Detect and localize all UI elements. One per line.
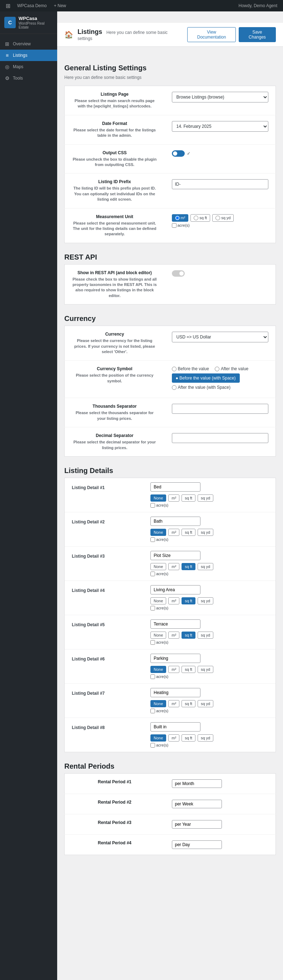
listings-page-desc: Please select the main search results pa…: [72, 98, 158, 109]
currency-before-space-button[interactable]: ● Before the value (with Space): [172, 374, 240, 383]
output-css-toggle[interactable]: [172, 150, 185, 157]
decimal-sep-input[interactable]: [172, 433, 269, 443]
detail7-unit-sqft[interactable]: sq ft: [182, 700, 195, 707]
rental-period-2-input[interactable]: [172, 800, 222, 808]
detail1-unit-sqft[interactable]: sq ft: [182, 495, 195, 501]
detail7-unit-none[interactable]: None: [150, 700, 166, 707]
detail1-unit-sqyd[interactable]: sq yd: [198, 495, 213, 501]
measurement-unit-m2[interactable]: m²: [172, 214, 189, 222]
measurement-unit-sqft[interactable]: sq ft: [190, 214, 210, 222]
currency-select[interactable]: USD => US Dollar: [172, 332, 269, 342]
listing-id-prefix-input[interactable]: [172, 179, 269, 189]
output-css-check-label: ✓: [187, 151, 190, 156]
detail4-unit-sqyd[interactable]: sq yd: [198, 597, 213, 605]
date-format-select[interactable]: 14. February 2025: [172, 121, 269, 132]
rest-api-toggle[interactable]: [172, 270, 185, 277]
listing-detail-5-name-input[interactable]: [150, 619, 200, 629]
detail3-unit-none[interactable]: None: [150, 563, 166, 570]
detail3-unit-acres[interactable]: acre(s): [150, 571, 269, 576]
view-documentation-button[interactable]: View Documentation: [187, 27, 235, 42]
rental-period-4-label: Rental Period #4: [72, 840, 158, 845]
detail6-unit-sqyd[interactable]: sq yd: [198, 666, 213, 673]
currency-table: Currency Please select the currency for …: [64, 326, 276, 457]
detail1-unit-none[interactable]: None: [150, 495, 166, 501]
detail5-unit-sqyd[interactable]: sq yd: [198, 632, 213, 639]
measurement-unit-acres[interactable]: acre(s): [172, 223, 269, 228]
rest-api-label: Show in REST API (and block editor): [72, 270, 158, 275]
listing-detail-3-name-input[interactable]: [150, 551, 200, 560]
output-css-desc: Please uncheck the box to disable the pl…: [72, 157, 158, 168]
sidebar-item-maps[interactable]: ◎ Maps: [0, 61, 57, 73]
detail8-unit-none[interactable]: None: [150, 734, 166, 741]
detail1-unit-m2[interactable]: m²: [168, 495, 179, 501]
listing-detail-4-control: None m² sq ft sq yd acre(s): [143, 581, 275, 615]
listing-detail-4-name-input[interactable]: [150, 585, 200, 594]
rest-api-desc: Please check the box to show listings an…: [72, 277, 158, 299]
sidebar-item-overview[interactable]: ⊞ Overview: [0, 38, 57, 49]
general-settings-table: Listings Page Please select the main sea…: [64, 86, 276, 243]
detail3-unit-sqft[interactable]: sq ft: [182, 563, 195, 570]
detail2-unit-none[interactable]: None: [150, 529, 166, 536]
detail2-unit-m2[interactable]: m²: [168, 529, 179, 536]
listings-page-select[interactable]: Browse Listings (browse): [172, 92, 269, 102]
detail6-unit-m2[interactable]: m²: [168, 666, 179, 673]
brand-name: WPCasa: [19, 16, 53, 21]
detail6-unit-sqft[interactable]: sq ft: [182, 666, 195, 673]
detail6-unit-acres[interactable]: acre(s): [150, 675, 269, 679]
detail8-unit-m2[interactable]: m²: [168, 734, 179, 741]
detail7-unit-sqyd[interactable]: sq yd: [198, 700, 213, 707]
detail7-unit-m2[interactable]: m²: [168, 700, 179, 707]
detail8-unit-sqyd[interactable]: sq yd: [198, 734, 213, 741]
currency-after[interactable]: After the value: [215, 366, 248, 371]
sidebar-item-listings[interactable]: ≡ Listings: [0, 49, 57, 61]
listing-detail-6-name-input[interactable]: [150, 654, 200, 663]
rental-period-3-row: Rental Period #3: [65, 814, 276, 834]
detail4-unit-sqft[interactable]: sq ft: [182, 597, 195, 605]
detail6-unit-none[interactable]: None: [150, 666, 166, 673]
save-changes-button[interactable]: Save Changes: [239, 27, 276, 42]
settings-content: General Listing Settings Here you can de…: [57, 47, 283, 869]
rental-period-4-input[interactable]: [172, 840, 222, 849]
thousands-sep-input[interactable]: [172, 404, 269, 414]
listing-details-section-title: Listing Details: [64, 467, 276, 475]
detail7-unit-acres[interactable]: acre(s): [150, 709, 269, 713]
listing-detail-3-label: Listing Detail #3: [65, 547, 143, 581]
adminbar-site-name[interactable]: WPCasa Demo: [14, 3, 50, 8]
detail5-unit-sqft[interactable]: sq ft: [182, 632, 195, 639]
detail3-unit-m2[interactable]: m²: [168, 563, 179, 570]
detail5-unit-m2[interactable]: m²: [168, 632, 179, 639]
sidebar-item-tools[interactable]: ⚙ Tools: [0, 73, 57, 84]
detail5-unit-none[interactable]: None: [150, 632, 166, 639]
header-buttons: View Documentation Save Changes: [187, 27, 276, 42]
listing-detail-2-name-input[interactable]: [150, 517, 200, 526]
rental-period-1-input[interactable]: [172, 780, 222, 788]
detail8-unit-sqft[interactable]: sq ft: [182, 734, 195, 741]
listing-detail-1-name-input[interactable]: [150, 482, 200, 492]
listing-id-prefix-label-cell: Listing ID Prefix The listing ID will be…: [65, 173, 165, 208]
currency-before[interactable]: Before the value: [172, 366, 209, 371]
listings-page-row: Listings Page Please select the main sea…: [65, 86, 276, 115]
page-title: Listings: [78, 28, 102, 35]
measurement-unit-sqyd[interactable]: sq yd: [212, 214, 234, 222]
listing-detail-7-name-input[interactable]: [150, 688, 200, 697]
detail8-unit-acres[interactable]: acre(s): [150, 743, 269, 748]
rental-period-3-input[interactable]: [172, 820, 222, 829]
detail2-unit-sqyd[interactable]: sq yd: [198, 529, 213, 536]
wp-logo-icon[interactable]: ⊞: [3, 1, 13, 11]
listing-detail-8-name-input[interactable]: [150, 722, 200, 732]
detail2-unit-acres[interactable]: acre(s): [150, 537, 269, 542]
sidebar-nav: ⊞ Overview ≡ Listings ◎ Maps ⚙ Tools: [0, 37, 57, 85]
detail1-unit-acres[interactable]: acre(s): [150, 503, 269, 508]
detail4-unit-acres[interactable]: acre(s): [150, 606, 269, 611]
sidebar-item-label-overview: Overview: [13, 41, 31, 46]
output-css-label: Output CSS: [72, 150, 158, 155]
adminbar-new[interactable]: + New: [51, 3, 69, 8]
detail4-unit-none[interactable]: None: [150, 597, 166, 605]
detail4-unit-m2[interactable]: m²: [168, 597, 179, 605]
listing-detail-3-row: Listing Detail #3 None m² sq ft sq yd ac…: [65, 547, 275, 581]
detail2-unit-sqft[interactable]: sq ft: [182, 529, 195, 536]
currency-after-space[interactable]: After the value (with Space): [172, 385, 269, 390]
rental-period-4-control: [165, 834, 276, 855]
detail3-unit-sqyd[interactable]: sq yd: [198, 563, 213, 570]
detail5-unit-acres[interactable]: acre(s): [150, 640, 269, 645]
